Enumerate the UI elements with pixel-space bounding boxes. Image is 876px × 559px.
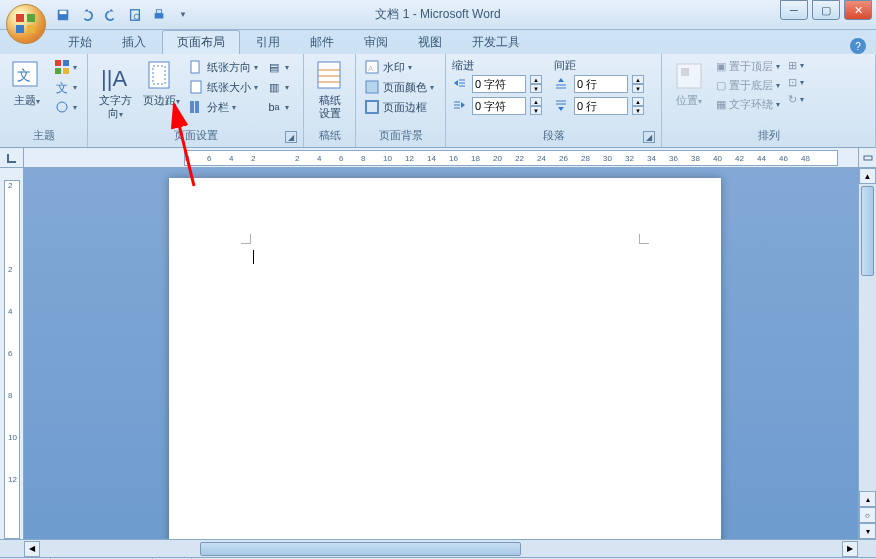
svg-point-17	[57, 102, 67, 112]
minimize-button[interactable]: ─	[780, 0, 808, 20]
paragraph-launcher-icon[interactable]: ◢	[643, 131, 655, 143]
svg-rect-44	[681, 68, 689, 76]
margin-mark-icon	[241, 234, 251, 244]
align-button: ⊞▾	[786, 58, 806, 73]
space-before-input[interactable]: 0 行	[574, 75, 628, 93]
themes-label: 主题	[14, 94, 36, 106]
scroll-left-icon[interactable]: ◀	[24, 541, 40, 557]
spin-down-icon[interactable]: ▼	[632, 106, 644, 115]
vertical-scrollbar[interactable]: ▲ ▴ ○ ▾	[858, 168, 876, 539]
themes-button[interactable]: 文 主题▾	[6, 58, 48, 109]
theme-fonts-button[interactable]: 文▾	[52, 78, 79, 96]
group-label-pagesetup: 页面设置	[174, 129, 218, 141]
hyphenation-button[interactable]: ba▾	[264, 98, 291, 116]
text-cursor	[253, 250, 254, 264]
scroll-right-icon[interactable]: ▶	[842, 541, 858, 557]
spacing-label: 间距	[554, 58, 644, 73]
indent-left-input[interactable]: 0 字符	[472, 75, 526, 93]
browse-object-icon[interactable]: ○	[859, 507, 876, 523]
qat-customize-icon[interactable]: ▼	[174, 6, 192, 24]
margins-label: 页边距	[143, 94, 176, 106]
group-label-themes: 主题	[6, 126, 81, 145]
svg-rect-0	[16, 14, 24, 22]
space-before-icon	[554, 76, 570, 92]
draft-label: 稿纸 设置	[319, 94, 341, 120]
quickprint-icon[interactable]	[150, 6, 168, 24]
redo-icon[interactable]	[102, 6, 120, 24]
close-button[interactable]: ✕	[844, 0, 872, 20]
space-after-input[interactable]: 0 行	[574, 97, 628, 115]
spin-down-icon[interactable]: ▼	[530, 106, 542, 115]
spin-up-icon[interactable]: ▲	[530, 75, 542, 84]
tab-3[interactable]: 引用	[242, 31, 294, 54]
svg-rect-14	[55, 68, 61, 74]
position-label: 位置	[676, 94, 698, 106]
scroll-up-icon[interactable]: ▲	[859, 168, 876, 184]
spin-up-icon[interactable]: ▲	[530, 97, 542, 106]
group-label-arrange: 排列	[668, 126, 869, 145]
group-label-paragraph: 段落	[543, 129, 565, 141]
undo-icon[interactable]	[78, 6, 96, 24]
maximize-button[interactable]: ▢	[812, 0, 840, 20]
svg-text:文: 文	[56, 81, 68, 94]
vertical-ruler[interactable]: 224681012	[4, 180, 20, 539]
svg-rect-3	[27, 25, 35, 33]
svg-rect-1	[27, 14, 35, 22]
document-page[interactable]	[169, 178, 721, 539]
horizontal-scrollbar[interactable]	[40, 541, 842, 557]
svg-rect-2	[16, 25, 24, 33]
spin-up-icon[interactable]: ▲	[632, 75, 644, 84]
text-wrap-button: ▦文字环绕 ▾	[714, 96, 782, 113]
breaks-button[interactable]: ▤▾	[264, 58, 291, 76]
page-border-button[interactable]: 页面边框	[362, 98, 436, 116]
send-back-button: ▢置于底层 ▾	[714, 77, 782, 94]
size-button[interactable]: 纸张大小 ▾	[186, 78, 260, 96]
indent-right-input[interactable]: 0 字符	[472, 97, 526, 115]
line-numbers-button[interactable]: ▥▾	[264, 78, 291, 96]
svg-rect-9	[156, 9, 161, 13]
theme-colors-button[interactable]: ▾	[52, 58, 79, 76]
svg-rect-25	[318, 62, 340, 88]
pagesetup-launcher-icon[interactable]: ◢	[285, 131, 297, 143]
theme-effects-button[interactable]: ▾	[52, 98, 79, 116]
preview-icon[interactable]	[126, 6, 144, 24]
save-icon[interactable]	[54, 6, 72, 24]
rotate-button: ↻▾	[786, 92, 806, 107]
spin-down-icon[interactable]: ▼	[530, 84, 542, 93]
tab-5[interactable]: 审阅	[350, 31, 402, 54]
orientation-button[interactable]: 纸张方向 ▾	[186, 58, 260, 76]
tab-selector-icon[interactable]	[0, 148, 24, 167]
tab-2[interactable]: 页面布局	[162, 30, 240, 54]
position-button: 位置▾	[668, 58, 710, 109]
scroll-thumb[interactable]	[200, 542, 521, 556]
help-icon[interactable]: ?	[850, 38, 866, 54]
spin-up-icon[interactable]: ▲	[632, 97, 644, 106]
office-button[interactable]	[6, 4, 46, 44]
svg-point-7	[134, 14, 139, 19]
tab-1[interactable]: 插入	[108, 31, 160, 54]
tab-0[interactable]: 开始	[54, 31, 106, 54]
ruler-toggle-icon[interactable]	[858, 148, 876, 167]
next-page-icon[interactable]: ▾	[859, 523, 876, 539]
svg-rect-12	[55, 60, 61, 66]
page-color-button[interactable]: 页面颜色 ▾	[362, 78, 436, 96]
margins-button[interactable]: 页边距▾	[140, 58, 182, 109]
svg-rect-15	[63, 68, 69, 74]
columns-button[interactable]: 分栏 ▾	[186, 98, 260, 116]
tab-6[interactable]: 视图	[404, 31, 456, 54]
watermark-button[interactable]: A水印 ▾	[362, 58, 436, 76]
group-label-pagebg: 页面背景	[362, 126, 439, 145]
margin-mark-icon	[639, 234, 649, 244]
tab-4[interactable]: 邮件	[296, 31, 348, 54]
scroll-thumb[interactable]	[861, 186, 874, 276]
text-direction-button[interactable]: ||A 文字方向▾	[94, 58, 136, 122]
svg-rect-32	[366, 101, 378, 113]
indent-label: 缩进	[452, 58, 542, 73]
tab-7[interactable]: 开发工具	[458, 31, 534, 54]
svg-rect-8	[155, 13, 164, 18]
prev-page-icon[interactable]: ▴	[859, 491, 876, 507]
horizontal-ruler[interactable]: 8642246810121416182022242628303234363840…	[184, 150, 838, 166]
spin-down-icon[interactable]: ▼	[632, 84, 644, 93]
svg-text:||A: ||A	[101, 66, 127, 91]
draft-settings-button[interactable]: 稿纸 设置	[310, 58, 349, 122]
